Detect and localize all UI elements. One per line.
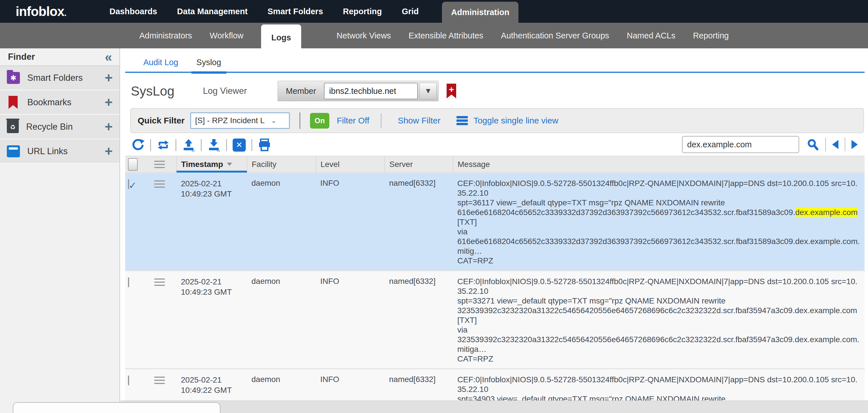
search-bar [682, 135, 858, 154]
chevron-down-icon: ⌄ [271, 117, 276, 125]
nav-data-management[interactable]: Data Management [177, 0, 248, 23]
row-menu-icon[interactable] [154, 377, 165, 384]
subnav-named-acls[interactable]: Named ACLs [627, 23, 676, 49]
expand-recycle-bin-icon[interactable]: + [105, 119, 113, 134]
table-row[interactable]: 2025-02-21 10:49:23 GMT daemon INFO name… [125, 271, 865, 369]
table-header: Timestamp Facility Level Server Message [125, 156, 865, 173]
expand-smart-folders-icon[interactable]: + [105, 70, 113, 86]
row-checkbox[interactable] [128, 376, 129, 385]
row-level: INFO [316, 179, 384, 266]
expand-url-links-icon[interactable]: + [105, 144, 113, 159]
tab-syslog[interactable]: Syslog [196, 54, 221, 72]
prev-match-icon[interactable] [832, 140, 838, 149]
subnav-logs[interactable]: Logs [261, 25, 301, 51]
column-header-server[interactable]: Server [384, 156, 453, 172]
table-row[interactable]: 2025-02-21 10:49:23 GMT daemon INFO name… [125, 173, 865, 271]
row-timestamp: 2025-02-21 10:49:23 GMT [176, 179, 247, 266]
sidebar-item-label: Recycle Bin [26, 122, 105, 132]
column-header-facility[interactable]: Facility [247, 156, 316, 172]
nav-grid[interactable]: Grid [402, 0, 419, 23]
table-row[interactable]: 2025-02-21 10:49:22 GMT daemon INFO name… [125, 369, 865, 401]
nav-smart-folders[interactable]: Smart Folders [268, 0, 323, 23]
row-facility: daemon [247, 179, 316, 266]
subnav-extensible-attributes[interactable]: Extensible Attributes [409, 23, 484, 49]
divider [300, 113, 300, 129]
subnav-administrators[interactable]: Administrators [140, 23, 192, 49]
row-server: named[6332] [384, 375, 453, 401]
quick-filter-bar: Quick Filter [S] - RPZ Incident L ⌄ On F… [130, 108, 864, 133]
column-header-level[interactable]: Level [316, 156, 384, 172]
subnav-reporting[interactable]: Reporting [693, 23, 729, 49]
next-match-icon[interactable] [851, 140, 858, 149]
row-message: CEF:0|Infoblox|NIOS|9.0.5-52728-5501324f… [453, 375, 865, 401]
sidebar-item-bookmarks[interactable]: Bookmarks + [0, 91, 119, 115]
sidebar-item-recycle-bin[interactable]: Recycle Bin + [0, 115, 119, 139]
page-title: SysLog [131, 83, 174, 99]
divider [251, 139, 252, 151]
subnav-workflow[interactable]: Workflow [210, 23, 243, 49]
nav-dashboards[interactable]: Dashboards [110, 0, 157, 23]
search-input[interactable] [682, 136, 799, 153]
nav-administration[interactable]: Administration [442, 2, 519, 23]
download-icon[interactable] [207, 138, 220, 152]
transfer-icon[interactable] [157, 139, 170, 151]
bottom-panel-tab[interactable] [13, 402, 220, 413]
divider [226, 139, 227, 151]
nav-reporting[interactable]: Reporting [343, 0, 382, 23]
column-header-timestamp[interactable]: Timestamp [176, 156, 247, 172]
column-header-message[interactable]: Message [453, 156, 865, 172]
row-level: INFO [316, 375, 384, 401]
show-filter-link[interactable]: Show Filter [398, 116, 440, 125]
subnav-network-views[interactable]: Network Views [336, 23, 391, 49]
row-server: named[6332] [384, 179, 453, 266]
page-subtitle: Log Viewer [203, 86, 247, 96]
quick-filter-select[interactable]: [S] - RPZ Incident L ⌄ [190, 113, 290, 129]
sidebar-item-label: URL Links [27, 146, 105, 156]
expand-bookmarks-icon[interactable]: + [105, 94, 113, 110]
row-menu-icon[interactable] [154, 161, 165, 168]
infoblox-logo: infoblox. [16, 4, 110, 19]
upload-icon[interactable] [182, 138, 195, 152]
tab-audit-log[interactable]: Audit Log [143, 54, 178, 72]
sidebar-item-url-links[interactable]: URL Links + [0, 139, 119, 164]
row-checkbox[interactable] [128, 179, 129, 189]
log-toolbar: ✕ [131, 136, 271, 154]
finder-header: Finder « [0, 49, 119, 66]
member-selector: Member ibns2.techblue.net ▼ [278, 81, 439, 101]
clear-filter-icon[interactable]: ✕ [232, 138, 246, 152]
url-links-icon [7, 145, 20, 157]
row-menu-icon[interactable] [154, 180, 165, 188]
print-icon[interactable] [258, 138, 271, 152]
sidebar-item-label: Bookmarks [27, 97, 105, 107]
search-icon[interactable] [807, 138, 819, 151]
quick-filter-label: Quick Filter [138, 116, 185, 125]
page-header: SysLog Log Viewer Member ibns2.techblue.… [125, 78, 865, 104]
recycle-bin-icon [7, 121, 19, 133]
row-timestamp: 2025-02-21 10:49:22 GMT [176, 375, 247, 401]
row-menu-icon[interactable] [154, 279, 165, 286]
subnav-auth-server-groups[interactable]: Authentication Server Groups [501, 23, 609, 49]
finder-title: Finder [8, 52, 35, 62]
quick-filter-value: [S] - RPZ Incident L [195, 116, 265, 125]
filter-off-link[interactable]: Filter Off [337, 116, 369, 125]
refresh-icon[interactable] [131, 138, 145, 152]
row-facility: daemon [247, 277, 316, 364]
row-facility: daemon [247, 375, 316, 401]
member-label: Member [278, 87, 324, 96]
select-all-checkbox[interactable] [128, 158, 138, 171]
add-bookmark-icon[interactable] [446, 84, 456, 98]
toggle-single-line-link[interactable]: Toggle single line view [473, 116, 559, 125]
filter-on-badge: On [310, 113, 329, 129]
member-value-field[interactable]: ibns2.techblue.net [324, 83, 418, 99]
sidebar-item-smart-folders[interactable]: Smart Folders + [0, 66, 119, 91]
member-dropdown-chevron-icon[interactable]: ▼ [420, 83, 437, 99]
collapse-sidebar-icon[interactable]: « [105, 51, 112, 63]
sub-nav: Administrators Workflow Logs Network Vie… [0, 23, 868, 49]
top-nav: infoblox. Dashboards Data Management Sma… [0, 0, 868, 23]
divider [845, 138, 845, 151]
divider [381, 114, 381, 128]
single-line-view-icon[interactable] [457, 116, 468, 125]
row-checkbox[interactable] [128, 277, 129, 287]
row-server: named[6332] [384, 277, 453, 364]
row-level: INFO [316, 277, 384, 364]
